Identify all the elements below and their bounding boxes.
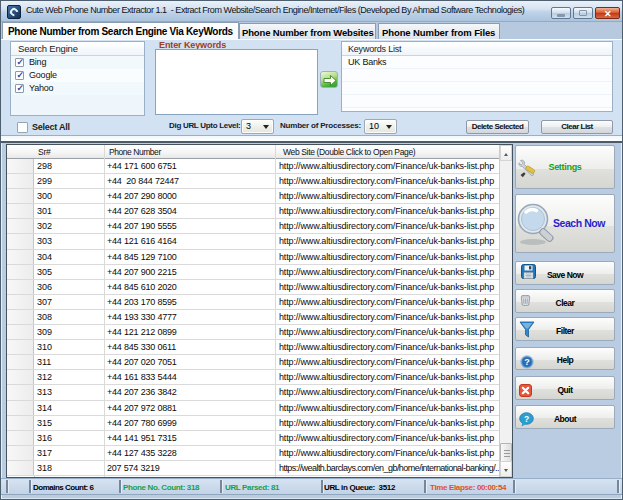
svg-text:?: ?: [524, 357, 530, 367]
svg-text:?: ?: [524, 414, 529, 424]
